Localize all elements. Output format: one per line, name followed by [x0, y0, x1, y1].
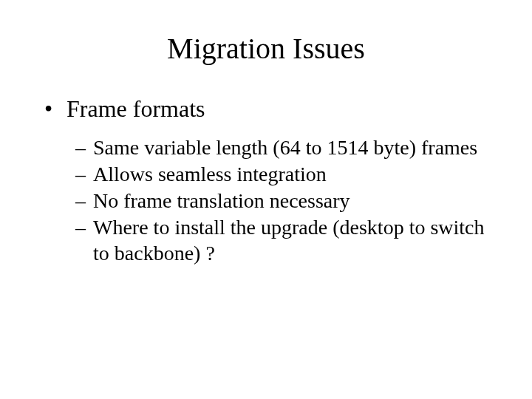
list-item-label: Frame formats	[66, 94, 205, 123]
dash-icon: –	[75, 162, 93, 187]
list-item-label: Same variable length (64 to 1514 byte) f…	[93, 135, 495, 160]
dash-icon: –	[75, 188, 93, 214]
list-item: – Same variable length (64 to 1514 byte)…	[75, 135, 495, 160]
list-item-label: Allows seamless integration	[93, 162, 495, 187]
slide-content: • Frame formats – Same variable length (…	[0, 94, 532, 266]
slide: Migration Issues • Frame formats – Same …	[0, 0, 532, 399]
slide-title: Migration Issues	[0, 0, 532, 94]
dash-icon: –	[75, 215, 93, 265]
list-item: – No frame translation necessary	[75, 188, 495, 214]
list-item: – Allows seamless integration	[75, 162, 495, 187]
list-item: – Where to install the upgrade (desktop …	[75, 215, 495, 265]
bullet-icon: •	[44, 94, 66, 123]
dash-icon: –	[75, 135, 93, 160]
sub-list: – Same variable length (64 to 1514 byte)…	[44, 135, 495, 266]
list-item-label: Where to install the upgrade (desktop to…	[93, 215, 495, 265]
list-item: • Frame formats	[44, 94, 495, 123]
list-item-label: No frame translation necessary	[93, 188, 495, 214]
